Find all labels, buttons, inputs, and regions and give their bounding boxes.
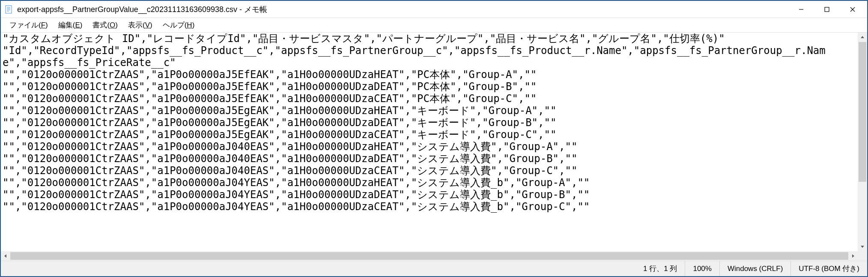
menubar: ファイル(F) 編集(E) 書式(O) 表示(V) ヘルプ(H): [1, 18, 867, 33]
scroll-thumb-v[interactable]: [859, 42, 866, 182]
window-controls: [788, 1, 865, 18]
minimize-button[interactable]: [788, 1, 814, 18]
text-editor[interactable]: "カスタムオブジェクト ID","レコードタイプId","品目・サービスマスタ"…: [1, 33, 858, 251]
status-cursor-position: 1 行、1 列: [635, 261, 685, 276]
menu-edit[interactable]: 編集(E): [53, 18, 88, 32]
scroll-right-arrow-icon[interactable]: [848, 251, 858, 261]
scroll-track-v[interactable]: [858, 42, 867, 242]
titlebar: export-appsfs__PartnerGroupValue__c20231…: [1, 1, 867, 18]
status-zoom: 100%: [685, 261, 719, 276]
close-button[interactable]: [840, 1, 865, 18]
notepad-window: export-appsfs__PartnerGroupValue__c20231…: [0, 0, 868, 277]
menu-help[interactable]: ヘルプ(H): [158, 18, 200, 32]
statusbar: 1 行、1 列 100% Windows (CRLF) UTF-8 (BOM 付…: [1, 261, 867, 276]
content-area: "カスタムオブジェクト ID","レコードタイプId","品目・サービスマスタ"…: [1, 33, 867, 251]
svg-rect-6: [825, 7, 829, 12]
menu-view[interactable]: 表示(V): [123, 18, 158, 32]
status-line-ending: Windows (CRLF): [719, 261, 790, 276]
menu-format[interactable]: 書式(O): [87, 18, 123, 32]
scroll-down-arrow-icon[interactable]: [858, 242, 867, 251]
scroll-thumb-h[interactable]: [10, 252, 848, 260]
menu-file[interactable]: ファイル(F): [4, 18, 53, 32]
horizontal-scrollbar[interactable]: [1, 251, 858, 261]
svg-rect-0: [6, 6, 12, 13]
scrollbar-corner: [858, 251, 867, 261]
notepad-icon: [4, 5, 14, 14]
vertical-scrollbar[interactable]: [858, 33, 867, 251]
maximize-button[interactable]: [814, 1, 840, 18]
scroll-up-arrow-icon[interactable]: [858, 33, 867, 42]
scroll-track-h[interactable]: [10, 251, 848, 261]
window-title: export-appsfs__PartnerGroupValue__c20231…: [17, 4, 788, 15]
status-encoding: UTF-8 (BOM 付き): [790, 261, 867, 276]
scroll-left-arrow-icon[interactable]: [1, 251, 10, 261]
